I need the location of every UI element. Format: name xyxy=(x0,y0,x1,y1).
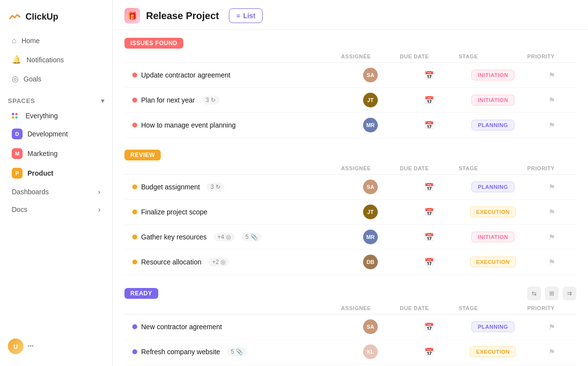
section-review: REVIEW ASSIGNEE DUE DATE STAGE PRIORITY … xyxy=(124,150,576,275)
priority-cell: ⚑ xyxy=(527,233,576,242)
chevron-down-icon[interactable]: ▾ xyxy=(101,97,105,105)
task-dot xyxy=(132,235,137,239)
nav-goals[interactable]: ◎ Goals xyxy=(4,70,108,88)
project-icon: 🎁 xyxy=(124,8,140,24)
assignee-cell: JT xyxy=(341,205,400,219)
toolbar-btn-1[interactable]: ⇆ xyxy=(527,287,541,300)
toolbar-btn-2[interactable]: ⊞ xyxy=(545,287,559,300)
page-title: Release Project xyxy=(146,10,219,22)
stage-badge[interactable]: PLANNING xyxy=(471,321,514,332)
flag-icon: ⚑ xyxy=(548,96,555,105)
stage-badge[interactable]: PLANNING xyxy=(471,120,514,131)
nav-notifications[interactable]: 🔔 Notifications xyxy=(4,51,108,69)
section-review-header: REVIEW xyxy=(124,150,576,160)
stage-badge[interactable]: INITIATION xyxy=(471,232,514,242)
assignee-cell: SA xyxy=(341,319,400,334)
avatar: KL xyxy=(363,344,378,359)
topbar: 🎁 Release Project ≡ List xyxy=(113,0,588,30)
table-row[interactable]: Resource allocation +2 ◎ DB 📅 EXECUTION … xyxy=(124,250,576,275)
stage-badge[interactable]: EXECUTION xyxy=(470,207,516,217)
toolbar-buttons: ⇆ ⊞ ⇉ xyxy=(527,287,576,300)
everything-icon xyxy=(12,113,21,119)
stage-badge[interactable]: EXECUTION xyxy=(470,257,516,267)
table-row[interactable]: How to manage event planning MR 📅 PLANNI… xyxy=(124,113,576,138)
stage-badge[interactable]: INITIATION xyxy=(471,70,514,80)
toolbar-btn-3[interactable]: ⇉ xyxy=(563,287,576,300)
table-row[interactable]: Finalize project scope JT 📅 EXECUTION ⚑ xyxy=(124,200,576,225)
product-icon: P xyxy=(12,168,23,179)
stage-cell: PLANNING xyxy=(459,321,527,332)
task-dot xyxy=(132,184,137,189)
assignee-cell: DB xyxy=(341,255,400,269)
section-issues: ISSUES FOUND ASSIGNEE DUE DATE STAGE PRI… xyxy=(124,38,576,138)
flag-icon: ⚑ xyxy=(548,208,555,217)
avatar: SA xyxy=(363,319,378,334)
avatar: MR xyxy=(363,230,378,244)
task-name-cell: Refresh company website 5 📎 xyxy=(132,347,341,356)
chevron-right-icon: › xyxy=(98,188,100,196)
review-badge[interactable]: REVIEW xyxy=(124,150,161,160)
avatar: JT xyxy=(363,93,378,107)
date-cell: 📅 xyxy=(400,347,459,357)
attachment-badge: 5 📎 xyxy=(242,233,262,241)
assignee-cell: SA xyxy=(341,180,400,194)
task-badge: +4 ◎ xyxy=(214,233,235,241)
flag-icon: ⚑ xyxy=(548,183,555,192)
marketing-icon: M xyxy=(12,148,23,159)
task-dot xyxy=(132,349,137,354)
assignee-cell: KL xyxy=(341,344,400,359)
date-cell: 📅 xyxy=(400,322,459,332)
flag-icon: ⚑ xyxy=(548,258,555,267)
table-row[interactable]: Update contractor agreement SA 📅 INITIAT… xyxy=(124,63,576,88)
sidebar-item-everything[interactable]: Everything xyxy=(4,108,108,124)
bell-icon: 🔔 xyxy=(12,55,22,64)
goals-icon: ◎ xyxy=(12,74,19,83)
sidebar-item-marketing[interactable]: M Marketing xyxy=(4,144,108,163)
task-name-cell: Finalize project scope xyxy=(132,208,341,216)
task-name-cell: New contractor agreement xyxy=(132,323,341,331)
table-row[interactable]: Plan for next year 3 ↻ JT 📅 INITIATION ⚑ xyxy=(124,88,576,113)
calendar-icon: 📅 xyxy=(424,71,434,80)
task-dot xyxy=(132,73,137,78)
calendar-icon: 📅 xyxy=(424,96,434,105)
assignee-cell: MR xyxy=(341,230,400,244)
development-icon: D xyxy=(12,129,23,139)
sidebar-item-development[interactable]: D Development xyxy=(4,125,108,143)
issues-badge[interactable]: ISSUES FOUND xyxy=(124,38,183,49)
sidebar-item-dashboards[interactable]: Dashboards › xyxy=(4,183,108,200)
user-status: ••• xyxy=(27,343,34,350)
stage-badge[interactable]: PLANNING xyxy=(471,182,514,192)
sidebar-item-product[interactable]: P Product xyxy=(4,164,108,183)
table-row[interactable]: Gather key resources +4 ◎ 5 📎 MR 📅 INITI… xyxy=(124,225,576,250)
stage-badge[interactable]: EXECUTION xyxy=(470,346,516,357)
task-name-cell: Gather key resources +4 ◎ 5 📎 xyxy=(132,233,341,241)
priority-cell: ⚑ xyxy=(527,183,576,192)
table-row[interactable]: New contractor agreement SA 📅 PLANNING ⚑ xyxy=(124,314,576,340)
task-badge: +2 ◎ xyxy=(208,258,229,266)
stage-badge[interactable]: INITIATION xyxy=(471,95,514,105)
col-headers-review: ASSIGNEE DUE DATE STAGE PRIORITY xyxy=(124,162,576,175)
nav-home[interactable]: ⌂ Home xyxy=(4,32,108,50)
sidebar-bottom: U ••• xyxy=(0,333,112,360)
stage-cell: INITIATION xyxy=(459,232,527,242)
priority-cell: ⚑ xyxy=(527,71,576,80)
sidebar-item-docs[interactable]: Docs › xyxy=(4,201,108,218)
priority-cell: ⚑ xyxy=(527,96,576,105)
section-issues-header: ISSUES FOUND xyxy=(124,38,576,49)
logo[interactable]: ClickUp xyxy=(0,6,112,31)
clickup-logo-icon xyxy=(8,10,22,24)
ready-badge[interactable]: READY xyxy=(124,288,158,299)
table-row[interactable]: Budget assignment 3 ↻ SA 📅 PLANNING ⚑ xyxy=(124,175,576,200)
stage-cell: EXECUTION xyxy=(459,346,527,357)
chevron-right-icon: › xyxy=(98,206,100,213)
table-row[interactable]: Refresh company website 5 📎 KL 📅 EXECUTI… xyxy=(124,340,576,365)
stage-cell: EXECUTION xyxy=(459,207,527,217)
list-icon: ≡ xyxy=(236,12,240,20)
task-name-cell: Plan for next year 3 ↻ xyxy=(132,96,341,105)
col-headers-issues: ASSIGNEE DUE DATE STAGE PRIORITY xyxy=(124,51,576,63)
task-dot xyxy=(132,209,137,214)
list-view-button[interactable]: ≡ List xyxy=(229,8,263,23)
avatar: MR xyxy=(363,118,378,132)
user-avatar[interactable]: U xyxy=(8,339,24,354)
assignee-cell: SA xyxy=(341,68,400,82)
